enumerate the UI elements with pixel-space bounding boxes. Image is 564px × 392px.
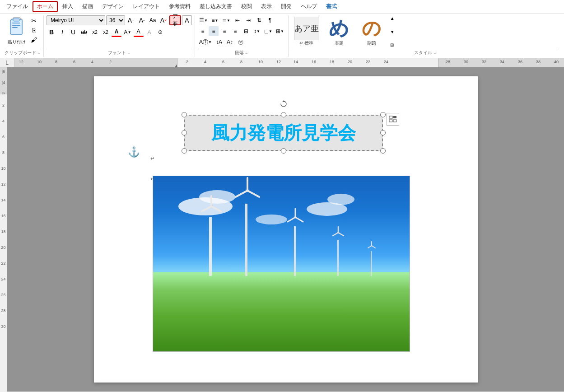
styles-expand-icon[interactable]: ⌄ [433,51,437,55]
font-size-decrease[interactable]: A- [137,15,147,25]
copy-button[interactable]: ⎘ [28,26,39,35]
font-family-select[interactable]: Meiryo UI [47,15,105,25]
text-direction-btn[interactable]: ↕A [214,37,224,47]
justify-btn[interactable]: ≡ [230,26,240,36]
subscript-btn[interactable]: x2 [90,27,100,37]
paragraph-label: 段落 ⌄ [198,49,285,57]
turbine5-pole [371,251,372,276]
text-effect-btn[interactable]: A [144,27,154,37]
ruby-sort-btn[interactable]: A↕ [225,37,235,47]
align-right-btn[interactable]: ≡ [219,26,229,36]
paste-label: 貼り付け [8,39,26,45]
horizontal-ruler: 12 10 8 6 4 2 2 4 6 8 10 12 14 16 18 20 … [14,58,564,67]
menu-mailings[interactable]: 差し込み文書 [195,1,237,12]
menu-design[interactable]: デザイン [98,1,128,12]
phonetic-guide-btn[interactable]: ア亜 [169,15,181,25]
svg-line-22 [295,217,303,222]
paragraph-expand[interactable]: ⌄ [245,51,248,55]
clear-format-btn[interactable]: A× [158,15,168,25]
style-title[interactable]: め 表題 [324,16,354,47]
decrease-indent-btn[interactable]: ⇤ [233,15,242,25]
svg-line-31 [368,246,372,248]
styles-scroll: ▲ ▼ ⊞ [390,15,395,48]
styles-scroll-up[interactable]: ▲ [390,15,395,21]
menu-draw[interactable]: 描画 [78,1,98,12]
underline-button[interactable]: U [68,27,78,37]
bullets-btn[interactable]: ☰▼ [198,15,209,25]
line-spacing-btn[interactable]: ↕▼ [252,26,262,36]
ribbon: 貼り付け ✂ ⎘ 🖌 クリップボード ⌄ Meiryo UI [0,14,564,58]
format-painter-button[interactable]: 🖌 [28,35,39,44]
style-normal-preview: あア亜 [294,17,319,40]
return-arrow-left: ↵ [150,155,155,162]
shading-btn[interactable]: ◻▼ [263,26,274,36]
style-normal[interactable]: あア亜 ↵ 標準 [291,16,322,47]
align-left-btn[interactable]: ≡ [198,26,208,36]
svg-rect-6 [13,18,19,21]
turbine4-blades [331,226,345,241]
ruby-text-btn[interactable]: ⊙ [155,27,165,37]
turbine5-blades [367,241,376,252]
styles-group: あア亜 ↵ 標準 め 表題 の 副題 ▲ [289,15,562,57]
menu-references[interactable]: 参考資料 [164,1,195,12]
change-case-btn[interactable]: Aa [148,15,158,25]
sort-btn[interactable]: ⇅ [254,15,264,25]
highlight-color-btn[interactable]: A▼ [122,27,133,37]
styles-label: スタイル ⌄ [291,49,559,57]
layout-options-icon[interactable] [387,113,399,126]
show-formatting-btn[interactable]: ¶ [265,15,275,25]
cut-button[interactable]: ✂ [28,16,39,25]
svg-line-30 [372,246,375,248]
distributed-btn[interactable]: ⊟ [241,26,251,36]
superscript-btn[interactable]: x2 [101,27,111,37]
textbox-container[interactable]: 風力発電所見学会 [184,115,383,151]
ruler-corner[interactable]: L [0,58,14,67]
italic-button[interactable]: I [57,27,67,37]
styles-expand[interactable]: ⊞ [390,42,395,48]
title-text[interactable]: 風力発電所見学会 [186,117,381,149]
clipboard-group: 貼り付け ✂ ⎘ 🖌 クリップボード ⌄ [2,15,44,57]
menu-layout[interactable]: レイアウト [128,1,164,12]
para-row2: ≡ ≡ ≡ ≡ ⊟ ↕▼ ◻▼ ⊞▼ [198,26,285,36]
align-center-btn[interactable]: ≡ [209,26,219,36]
multilevel-list-btn[interactable]: ≣▼ [221,15,232,25]
increase-indent-btn[interactable]: ⇥ [243,15,253,25]
font-size-select[interactable]: 36 [106,15,125,25]
font-expand[interactable]: ⌄ [127,51,131,55]
font-size-increase[interactable]: A+ [126,15,136,25]
clipboard-expand[interactable]: ⌄ [37,51,41,55]
styles-scroll-down[interactable]: ▼ [390,29,395,35]
menu-format[interactable]: 書式 [322,1,341,12]
font-row1: Meiryo UI 36 A+ A- Aa A× ア亜 A [47,15,192,25]
strikethrough-btn[interactable]: ab [79,27,89,37]
menu-file[interactable]: ファイル [2,1,33,12]
ruler-container: L 12 10 8 6 4 2 2 4 6 8 10 12 14 16 18 2… [0,58,564,67]
paste-button[interactable]: 貼り付け [6,15,28,46]
menu-insert[interactable]: 挿入 [58,1,78,12]
svg-line-19 [236,191,247,197]
menu-help[interactable]: ヘルプ [296,1,322,12]
menu-dev[interactable]: 開発 [276,1,296,12]
menu-home[interactable]: ホーム [33,1,58,12]
svg-line-14 [211,206,221,211]
menu-review[interactable]: 校閲 [237,1,256,12]
tate-yoko-btn[interactable]: AⓉ▼ [198,37,213,47]
text-highlight-btn[interactable]: A [134,27,144,37]
style-subtitle[interactable]: の 副題 [356,16,387,47]
combine-chars-btn[interactable]: ㋮ [236,37,246,47]
para-row1: ☰▼ ≡▼ ≣▼ ⇤ ⇥ ⇅ ¶ [198,15,275,25]
border-btn[interactable]: ⊞▼ [275,26,285,36]
document-canvas[interactable]: ⚓ ↵ ↵ [7,67,564,392]
para-row3: AⓉ▼ ↕A A↕ ㋮ [198,37,246,47]
svg-rect-4 [12,25,20,26]
enclose-chars-btn[interactable]: A [182,15,192,25]
rotate-handle[interactable] [280,100,287,107]
numbering-btn[interactable]: ≡▼ [210,15,220,25]
svg-line-15 [202,206,211,211]
bold-button[interactable]: B [47,27,56,37]
font-color-btn[interactable]: A [112,27,121,37]
menu-view[interactable]: 表示 [256,1,276,12]
anchor-icon: ⚓ [128,146,140,158]
menu-bar: ファイル ホーム 挿入 描画 デザイン レイアウト 参考資料 差し込み文書 校閲… [0,0,564,14]
svg-rect-3 [12,23,20,23]
